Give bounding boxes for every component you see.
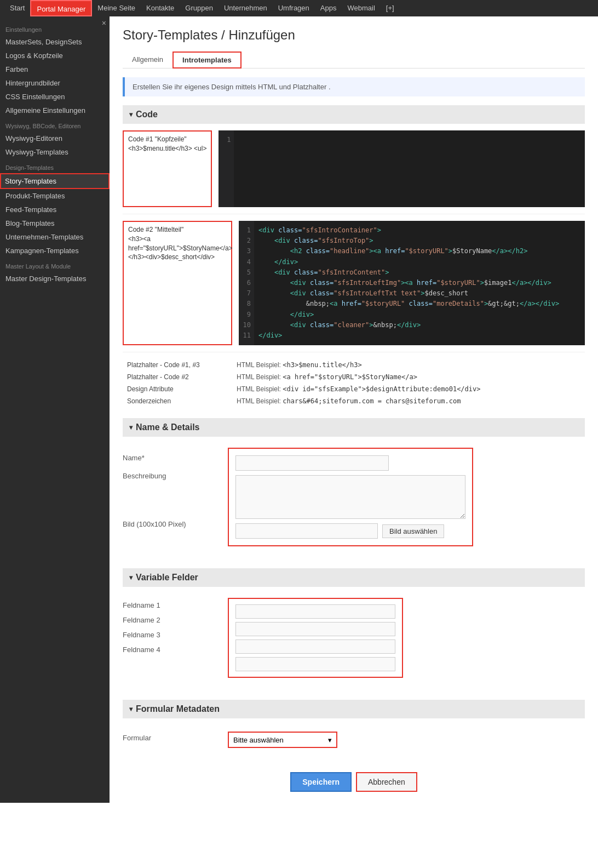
- code-section-title: Code: [136, 110, 158, 119]
- sidebar-section-design-templates: Design-Templates: [0, 159, 110, 173]
- name-input-rebuilt[interactable]: [235, 455, 389, 471]
- placeholder-label-2: Platzhalter - Code #2: [123, 371, 232, 383]
- nav-kontakte[interactable]: Kontakte: [141, 0, 180, 16]
- cancel-button[interactable]: Abbrechen: [356, 772, 417, 792]
- variable-felder-box: [228, 598, 403, 678]
- placeholder-row-2: Platzhalter - Code #2 HTML Beispiel: <a …: [123, 371, 585, 383]
- nav-unternehmen[interactable]: Unternehmen: [219, 0, 273, 16]
- placeholder-example-4: HTML Beispiel: chars&#64;siteforum.com =…: [232, 395, 585, 407]
- sidebar-item-feed-templates[interactable]: Feed-Templates: [0, 203, 110, 216]
- action-buttons: Speichern Abbrechen: [123, 772, 585, 792]
- code-label-1-line2: <h3>$menu.title</h3> <ul>: [128, 144, 206, 153]
- code-editor-1[interactable]: 1: [219, 130, 585, 207]
- sidebar-item-css[interactable]: CSS Einstellungen: [0, 90, 110, 104]
- name-group-box-rebuilt: Bild auswählen: [228, 448, 473, 546]
- placeholder-label-1: Platzhalter - Code #1, #3: [123, 359, 232, 371]
- info-box: Erstellen Sie ihr eigenes Design mittels…: [123, 77, 585, 96]
- form-row-combined: Name*BeschreibungBild (100x100 Pixel)Bil…: [123, 443, 585, 551]
- tab-bar: Allgemein Introtemplates: [123, 52, 585, 68]
- nav-apps[interactable]: Apps: [315, 0, 342, 16]
- formular-metadaten-header[interactable]: ▾ Formular Metadaten: [123, 700, 585, 718]
- variable-felder-arrow: ▾: [129, 574, 133, 581]
- feldname-input-3[interactable]: [235, 639, 395, 654]
- bild-row-rebuilt: Bild auswählen: [235, 523, 465, 539]
- code-section-header[interactable]: ▾ Code: [123, 105, 585, 124]
- code-label-1-line1: Code #1 "Kopfzeile": [128, 135, 206, 144]
- formular-metadaten-arrow: ▾: [129, 705, 133, 713]
- feldname-input-4[interactable]: [235, 657, 395, 671]
- sidebar-item-unternehmen-templates[interactable]: Unternehmen-Templates: [0, 230, 110, 244]
- formular-select[interactable]: Bitte auswählen ▾: [228, 732, 337, 748]
- placeholder-example-1: HTML Beispiel: <h3>$menu.title</h3>: [232, 359, 585, 371]
- sidebar-item-blog-templates[interactable]: Blog-Templates: [0, 216, 110, 230]
- variable-felder-section: ▾ Variable Felder Feldname 1 Feldname 2 …: [123, 568, 585, 689]
- nav-more[interactable]: [+]: [381, 0, 400, 16]
- placeholder-row-4: Sonderzeichen HTML Beispiel: chars&#64;s…: [123, 395, 585, 407]
- nav-start[interactable]: Start: [4, 0, 30, 16]
- code-content-2: <div class="sfsIntroContainer"> <div cla…: [254, 221, 585, 345]
- variable-felder-row: Feldname 1 Feldname 2 Feldname 3 Feldnam…: [123, 593, 585, 682]
- formular-metadaten-section: ▾ Formular Metadaten Formular Bitte ausw…: [123, 700, 585, 761]
- formular-select-value: Bitte auswählen: [233, 736, 284, 744]
- feldname-label-4: Feldname 4: [123, 642, 221, 657]
- code-section-arrow: ▾: [129, 111, 133, 118]
- sidebar-section-wysiwyg: Wysiwyg, BBCode, Editoren: [0, 117, 110, 132]
- tab-allgemein[interactable]: Allgemein: [123, 52, 173, 68]
- code-label-2-line1: Code #2 "Mittelteil": [128, 225, 227, 235]
- name-details-section: ▾ Name & Details Name*BeschreibungBild (…: [123, 418, 585, 557]
- bild-auswahlen-button-rebuilt[interactable]: Bild auswählen: [382, 524, 444, 538]
- sidebar-item-logos[interactable]: Logos & Kopfzeile: [0, 49, 110, 62]
- line-numbers-2: 1234567891011: [239, 221, 254, 345]
- feldname-label-2: Feldname 2: [123, 613, 221, 627]
- placeholder-label-4: Sonderzeichen: [123, 395, 232, 407]
- nav-umfragen[interactable]: Umfragen: [273, 0, 315, 16]
- placeholder-table: Platzhalter - Code #1, #3 HTML Beispiel:…: [123, 359, 585, 407]
- feldname-label-1: Feldname 1: [123, 598, 221, 613]
- formular-row: Formular Bitte auswählen ▾: [123, 727, 585, 752]
- label-name: Name*: [123, 448, 221, 467]
- nav-gruppen[interactable]: Gruppen: [180, 0, 219, 16]
- nav-webmail[interactable]: Webmail: [342, 0, 380, 16]
- sidebar-close-button[interactable]: ×: [102, 19, 106, 27]
- placeholder-example-2: HTML Beispiel: <a href="$storyURL">$Stor…: [232, 371, 585, 383]
- save-button[interactable]: Speichern: [290, 772, 352, 792]
- variable-felder-title: Variable Felder: [136, 573, 198, 583]
- feldname-input-2[interactable]: [235, 622, 395, 636]
- variable-felder-header[interactable]: ▾ Variable Felder: [123, 568, 585, 587]
- sidebar-item-wysiwyg-templates[interactable]: Wysiwyg-Templates: [0, 145, 110, 159]
- top-navigation: Start Portal Manager Meine Seite Kontakt…: [0, 0, 598, 16]
- variable-felder-labels: Feldname 1 Feldname 2 Feldname 3 Feldnam…: [123, 598, 221, 657]
- code-section: ▾ Code Code #1 "Kopfzeile" <h3>$menu.tit…: [123, 105, 585, 407]
- bild-input-rebuilt[interactable]: [235, 523, 378, 539]
- nav-meine-seite[interactable]: Meine Seite: [92, 0, 141, 16]
- name-details-title: Name & Details: [136, 422, 200, 432]
- placeholder-row-3: Design Attribute HTML Beispiel: <div id=…: [123, 383, 585, 395]
- beschreibung-textarea-rebuilt[interactable]: [235, 475, 465, 519]
- name-details-header[interactable]: ▾ Name & Details: [123, 418, 585, 437]
- formular-select-arrow: ▾: [328, 736, 332, 744]
- sidebar-item-mastersets[interactable]: MasterSets, DesignSets: [0, 35, 110, 49]
- sidebar-item-allgemeine[interactable]: Allgemeine Einstellungen: [0, 104, 110, 117]
- placeholder-example-3: HTML Beispiel: <div id="sfsExample">$des…: [232, 383, 585, 395]
- sidebar-item-master-design-templates[interactable]: Master Design-Templates: [0, 272, 110, 285]
- nav-portal-manager[interactable]: Portal Manager: [30, 0, 92, 16]
- formular-metadaten-title: Formular Metadaten: [136, 704, 220, 714]
- sidebar-item-story-templates[interactable]: Story-Templates: [0, 173, 110, 189]
- code-editor-2[interactable]: 1234567891011 <div class="sfsIntroContai…: [239, 221, 585, 345]
- sidebar-item-farben[interactable]: Farben: [0, 62, 110, 76]
- tab-introtemplates[interactable]: Introtemplates: [173, 52, 242, 68]
- sidebar-item-produkt-templates[interactable]: Produkt-Templates: [0, 189, 110, 203]
- feldname-label-3: Feldname 3: [123, 627, 221, 642]
- placeholder-row-1: Platzhalter - Code #1, #3 HTML Beispiel:…: [123, 359, 585, 371]
- name-details-arrow: ▾: [129, 424, 133, 431]
- formular-label: Formular: [123, 732, 221, 742]
- page-title: Story-Templates / Hinzufügen: [123, 27, 585, 43]
- code-label-1: Code #1 "Kopfzeile" <h3>$menu.title</h3>…: [123, 130, 212, 207]
- feldname-input-1[interactable]: [235, 604, 395, 619]
- label-beschreibung: Beschreibung: [123, 467, 221, 517]
- sidebar-section-einstellungen: Einstellungen: [0, 21, 110, 35]
- sidebar-item-kampagnen-templates[interactable]: Kampagnen-Templates: [0, 244, 110, 258]
- code-block-2: Code #2 "Mittelteil" <h3><a href="$story…: [123, 214, 585, 352]
- sidebar-item-hintergrundbilder[interactable]: Hintergrundbilder: [0, 76, 110, 90]
- sidebar-item-wysiwyg-editoren[interactable]: Wysiwyg-Editoren: [0, 132, 110, 145]
